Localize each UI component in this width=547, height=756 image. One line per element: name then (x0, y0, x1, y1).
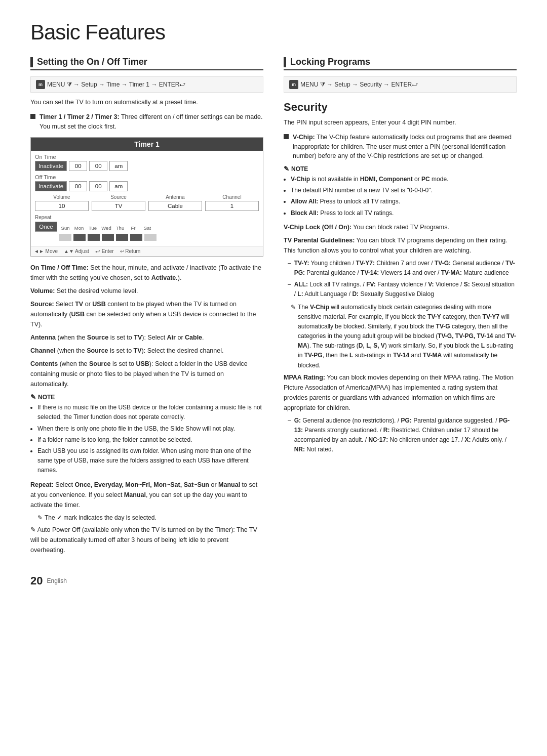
contents-text: Contents (when the Source is set to USB)… (30, 359, 263, 389)
on-off-time-text: On Time / Off Time: Set the hour, minute… (30, 263, 263, 283)
vchip-bullet-text: V-Chip: The V-Chip feature automatically… (293, 133, 517, 161)
right-note-item-4: Block All: Press to lock all TV ratings. (291, 208, 517, 218)
page-language: English (47, 577, 66, 584)
left-note-list: If there is no music file on the USB dev… (30, 403, 263, 475)
right-note-item-1: V-Chip is not available in HDMI, Compone… (291, 175, 517, 184)
left-note-section: ✎ NOTE If there is no music file on the … (30, 393, 263, 475)
off-time-inactive: Inactivate (35, 181, 67, 191)
right-note-section: ✎ NOTE V-Chip is not available in HDMI, … (284, 165, 517, 218)
timer-bullet-text: Timer 1 / Timer 2 / Timer 3: Three diffe… (40, 112, 263, 132)
repeat-label: Repeat (35, 215, 51, 220)
day-thu-label: Thu (114, 225, 126, 231)
mpaa-ratings: – G: General audience (no restrictions).… (288, 416, 517, 455)
on-time-m: 00 (89, 161, 107, 171)
section-bar-left (30, 57, 33, 67)
on-time-h: 00 (69, 161, 87, 171)
dash-mpaa: – (288, 416, 291, 426)
repeat-text: Repeat: Select Once, Everyday, Mon~Fri, … (30, 480, 263, 510)
page-number-row: 20 English (30, 574, 517, 587)
right-section-title: Locking Programs (290, 57, 370, 67)
note-label-text: NOTE (38, 394, 55, 401)
mpaa-text: MPAA Rating: You can block movies depend… (284, 372, 517, 413)
right-note-list: V-Chip is not available in HDMI, Compone… (284, 175, 517, 218)
left-column: Setting the On / Off Timer m MENU ⧩ → Se… (30, 57, 263, 558)
days-row: Sun Mon Tue Wed Thu Fri Sat (59, 225, 153, 231)
val-source: TV (92, 201, 145, 211)
day-tue-label: Tue (87, 225, 99, 231)
check-note: ✎ The ✓ mark indicates the day is select… (37, 513, 263, 523)
mpaa-ratings-text: G: General audience (no restrictions). /… (294, 416, 517, 455)
dash-1: – (288, 259, 291, 268)
val-volume: 10 (35, 201, 89, 211)
tv-rating-1-text: TV-Y: Young children / TV-Y7: Children 7… (294, 259, 517, 278)
timer-cols-vals: 10 TV Cable 1 (35, 201, 259, 211)
note-item-4: Each USB you use is assigned its own fol… (37, 446, 263, 476)
repeat-val: Once (35, 222, 57, 232)
day-box-thu (116, 234, 128, 241)
page-number: 20 (30, 574, 43, 587)
channel-text: Channel (when the Source is set to TV): … (30, 346, 263, 356)
mpaa-ratings-list: – G: General audience (no restrictions).… (284, 416, 517, 455)
nav-move: ◄► Move (34, 248, 58, 254)
note-item-2: When there is only one photo file in the… (37, 424, 263, 434)
left-menu-path: m MENU ⧩ → Setup → Time → Timer 1 → ENTE… (30, 76, 263, 93)
day-box-tue (88, 234, 100, 241)
timer-inner: On Time Inactivate 00 00 am Off Time Ina… (31, 151, 263, 246)
tv-rating-2: – ALL: Lock all TV ratings. / FV: Fantas… (288, 280, 517, 299)
col-antenna-header: Antenna (148, 194, 202, 200)
tv-ratings-list: – TV-Y: Young children / TV-Y7: Children… (284, 259, 517, 300)
col-source-header: Source (92, 194, 145, 200)
off-time-label: Off Time (35, 174, 259, 180)
off-time-m: 00 (89, 181, 107, 191)
day-fri-label: Fri (128, 225, 140, 231)
vchip-auto-note-text: The V-Chip will automatically block cert… (298, 303, 517, 370)
timer-nav: ◄► Move ▲▼ Adjust ⮐ Enter ↩ Return (31, 246, 263, 256)
note-pencil-icon-2: ✎ (37, 513, 43, 523)
right-section-header: Locking Programs (284, 57, 517, 70)
timer-box: Timer 1 On Time Inactivate 00 00 am Off … (30, 137, 263, 257)
day-box-wed (102, 234, 114, 241)
volume-text: Volume: Set the desired volume level. (30, 286, 263, 296)
tv-rating-1: – TV-Y: Young children / TV-Y7: Children… (288, 259, 517, 278)
repeat-val-row: Once Sun Mon Tue Wed Thu Fri Sat (35, 222, 259, 232)
col-volume-header: Volume (35, 194, 89, 200)
right-note-label-text: NOTE (291, 165, 308, 173)
note-pencil-icon-3: ✎ (284, 165, 289, 173)
left-note-label: ✎ NOTE (30, 393, 263, 401)
tv-parental-text: TV Parental Guidelines: You can block TV… (284, 235, 517, 256)
left-section-header: Setting the On / Off Timer (30, 57, 263, 70)
menu-icon-left: m (36, 80, 45, 89)
right-note-item-2: The default PIN number of a new TV set i… (291, 186, 517, 195)
section-bar-right (284, 57, 286, 67)
day-box-fri (130, 234, 142, 241)
auto-power-text: ✎ Auto Power Off (available only when th… (30, 525, 263, 555)
right-menu-path-text: MENU ⧩ → Setup → Security → ENTER⮐ (300, 81, 418, 88)
day-sun-label: Sun (59, 225, 71, 231)
day-box-sun (59, 234, 71, 241)
right-note-item-3: Allow All: Press to unlock all TV rating… (291, 197, 517, 206)
col-channel-header: Channel (205, 194, 259, 200)
source-text: Source: Select TV or USB content to be p… (30, 299, 263, 329)
vchip-auto-note: ✎ The V-Chip will automatically block ce… (291, 303, 517, 370)
right-note-label: ✎ NOTE (284, 165, 517, 173)
day-box-sat (144, 234, 157, 241)
note-pencil-icon-4: ✎ (291, 303, 296, 312)
days-boxes-row (59, 234, 259, 241)
timer-bullet: Timer 1 / Timer 2 / Timer 3: Three diffe… (30, 112, 263, 132)
vchip-bullet: V-Chip: The V-Chip feature automatically… (284, 133, 517, 161)
on-time-row: Inactivate 00 00 am (35, 161, 259, 171)
security-title: Security (284, 101, 517, 114)
nav-enter: ⮐ Enter (95, 248, 114, 254)
note-item-3: If a folder name is too long, the folder… (37, 435, 263, 445)
val-antenna: Cable (148, 201, 202, 211)
day-sat-label: Sat (141, 225, 153, 231)
nav-return: ↩ Return (120, 248, 141, 254)
left-section-title: Setting the On / Off Timer (37, 57, 147, 67)
dash-2: – (288, 280, 291, 289)
check-note-text: The ✓ mark indicates the day is selected… (45, 513, 157, 523)
right-intro: The PIN input screen appears, Enter your… (284, 118, 517, 128)
left-menu-path-text: MENU ⧩ → Setup → Time → Timer 1 → ENTER⮐ (47, 81, 185, 88)
day-wed-label: Wed (100, 225, 112, 231)
off-time-h: 00 (69, 181, 87, 191)
val-channel: 1 (205, 201, 259, 211)
